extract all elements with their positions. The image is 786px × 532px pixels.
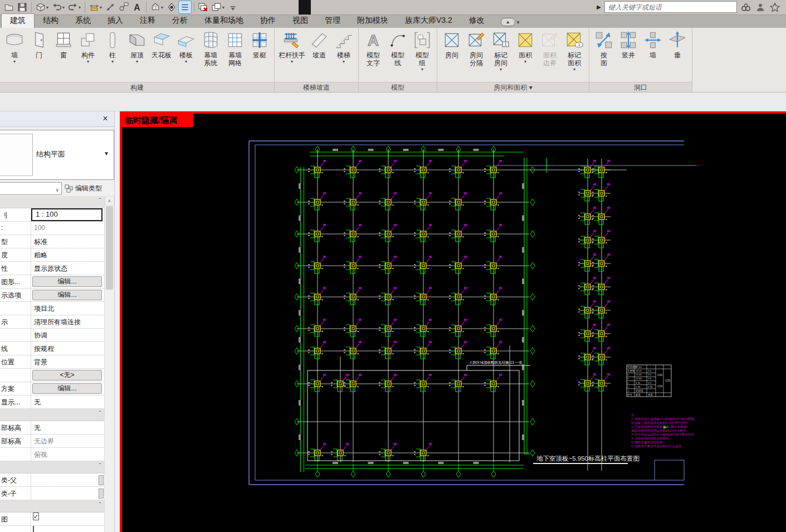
instance-selector[interactable]: : 1F ∨ <box>0 182 62 195</box>
workset-cube-icon[interactable]: ▾ <box>35 1 50 13</box>
tab-2[interactable]: 结构 <box>35 14 67 28</box>
floor-button[interactable]: 楼板▾ <box>174 29 198 80</box>
binoculars-icon[interactable] <box>740 2 751 13</box>
checkbox[interactable] <box>33 526 34 532</box>
section-icon[interactable] <box>165 1 178 13</box>
property-value[interactable] <box>31 487 104 500</box>
wall-opening-button[interactable]: 墙 <box>641 29 665 80</box>
chevron-down-icon[interactable]: ▾ <box>185 60 187 64</box>
tab-9[interactable]: 视图 <box>284 14 316 28</box>
temporary-hide-isolate-badge[interactable]: 临时隐藏/隔离 <box>122 114 193 127</box>
chevron-down-icon[interactable]: ▾ <box>111 60 114 64</box>
edit-button[interactable]: 编辑... <box>32 276 102 287</box>
tag-room-button[interactable]: 1标记 房间▾ <box>489 29 513 80</box>
stair-button[interactable]: 楼梯▾ <box>331 29 356 80</box>
value-editor[interactable]: 1 : 100 <box>31 208 102 221</box>
property-value[interactable]: 无 <box>31 421 104 434</box>
chevron-down-icon[interactable]: ▾ <box>573 67 575 72</box>
chevron-down-icon[interactable]: ▾ <box>291 60 293 64</box>
vertical-opening-button[interactable]: 垂 <box>665 29 690 80</box>
collapse-chevron-icon[interactable]: ˆ <box>99 463 101 469</box>
drawing-area[interactable]: 人防区域顶板配筋见结施-13 一览地下室顶板~5.950标高柱平面布置图注:1.… <box>120 111 786 532</box>
property-value[interactable]: 无 <box>31 396 104 408</box>
chevron-down-icon[interactable]: ▾ <box>517 19 520 25</box>
chevron-down-icon[interactable]: ▾ <box>13 60 16 64</box>
properties-scrollbar[interactable]: ∧ <box>104 196 114 532</box>
edit-button[interactable]: 编辑... <box>32 383 102 394</box>
edit-button[interactable]: 编辑... <box>32 290 102 300</box>
property-value[interactable]: ✓ <box>31 513 104 525</box>
save-icon[interactable] <box>16 1 28 13</box>
switch-windows-icon[interactable]: ▾ <box>211 1 226 13</box>
chevron-down-icon[interactable]: ▾ <box>79 5 81 10</box>
edit-button[interactable]: <无> <box>32 370 102 380</box>
property-value[interactable]: 标准 <box>31 235 104 248</box>
property-group-header[interactable]: ˆ <box>0 461 104 474</box>
property-group-header[interactable]: ˆ <box>0 500 104 513</box>
tab-12[interactable]: 族库大师V3.2 <box>397 14 461 28</box>
cad-plan-canvas[interactable]: 人防区域顶板配筋见结施-13 一览地下室顶板~5.950标高柱平面布置图注:1.… <box>120 111 786 532</box>
model-group-button[interactable]: 模型 组▾ <box>410 29 435 80</box>
property-value[interactable]: 俯视 <box>31 448 104 461</box>
close-hidden-windows-icon[interactable] <box>197 1 209 13</box>
favorites-star-icon[interactable] <box>769 2 780 13</box>
ceiling-button[interactable]: 天花板 <box>149 29 174 80</box>
opening-by-face-button[interactable]: 按 面 <box>592 29 616 80</box>
property-value[interactable]: 显示原状态 <box>31 262 104 275</box>
chevron-down-icon[interactable]: ▾ <box>62 5 65 10</box>
edit-type-button[interactable]: 编辑类型 <box>65 182 114 195</box>
model-line-button[interactable]: 模型 线 <box>385 29 410 80</box>
chevron-down-icon[interactable]: ▾ <box>136 60 138 64</box>
property-value[interactable] <box>31 474 104 486</box>
search-input[interactable] <box>604 1 737 13</box>
infocenter-expand-icon[interactable]: ▶ <box>597 4 601 10</box>
close-icon[interactable]: × <box>100 113 110 124</box>
component-button[interactable]: 构件▾ <box>76 29 100 80</box>
tab-4[interactable]: 插入 <box>99 14 131 28</box>
property-value[interactable]: 100 <box>31 222 104 235</box>
redo-icon[interactable]: ▾ <box>67 1 82 13</box>
property-group-header[interactable]: ˆ <box>0 196 104 208</box>
tab-6[interactable]: 分析 <box>164 14 196 28</box>
text-icon[interactable]: A <box>131 1 143 13</box>
property-value[interactable]: 粗略 <box>31 248 104 261</box>
door-button[interactable]: 门 <box>27 29 51 80</box>
railing-button[interactable]: 栏杆扶手▾ <box>277 29 307 80</box>
model-text-button[interactable]: A模型 文字 <box>361 29 385 80</box>
property-value[interactable]: 编辑... <box>31 289 104 301</box>
scroll-up-icon[interactable]: ∧ <box>105 196 114 206</box>
property-value[interactable]: 无边界 <box>31 435 104 447</box>
sign-in-icon[interactable] <box>755 2 766 13</box>
property-value[interactable]: 项目北 <box>31 302 104 315</box>
property-value[interactable]: 清理所有墙连接 <box>31 315 104 328</box>
tab-5[interactable]: 注释 <box>131 14 164 28</box>
open-file-icon[interactable] <box>3 1 15 13</box>
undo-icon[interactable]: ▾ <box>51 1 66 13</box>
ribbon-minimize-icon[interactable]: ▲ <box>501 18 515 26</box>
area-button[interactable]: 面积▾ <box>513 29 538 80</box>
tab-13[interactable]: 修改 <box>461 14 493 28</box>
tab-7[interactable]: 体量和场地 <box>196 14 252 28</box>
window-button[interactable]: 窗 <box>51 29 76 80</box>
chevron-down-icon[interactable]: ▾ <box>421 67 423 72</box>
default-3d-view-icon[interactable]: ▾ <box>149 1 164 13</box>
tab-11[interactable]: 附加模块 <box>349 14 397 28</box>
property-value[interactable]: 背景 <box>31 355 104 368</box>
property-value[interactable]: 1 : 100 <box>31 208 104 221</box>
shaft-opening-button[interactable]: 竖井 <box>616 29 641 80</box>
browse-button[interactable] <box>99 489 104 499</box>
measure-icon[interactable] <box>104 1 116 13</box>
wall-button[interactable]: 墙▾ <box>2 29 27 80</box>
scrollbar-thumb[interactable] <box>106 206 113 290</box>
property-value[interactable]: 协调 <box>31 329 104 341</box>
tab-8[interactable]: 协作 <box>252 14 284 28</box>
collapse-chevron-icon[interactable]: ˆ <box>99 411 101 417</box>
column-button[interactable]: 柱▾ <box>100 29 125 80</box>
aligned-dimension-icon[interactable]: ▾ <box>88 1 103 13</box>
property-value[interactable]: 编辑... <box>31 382 104 395</box>
collapse-chevron-icon[interactable]: ˆ <box>99 502 101 508</box>
tag-area-button[interactable]: 1标记 面积▾ <box>562 29 587 80</box>
curtain-system-button[interactable]: 幕墙 系统 <box>198 29 223 80</box>
chevron-down-icon[interactable]: ▾ <box>46 5 48 10</box>
chevron-down-icon[interactable]: ▾ <box>343 60 345 64</box>
